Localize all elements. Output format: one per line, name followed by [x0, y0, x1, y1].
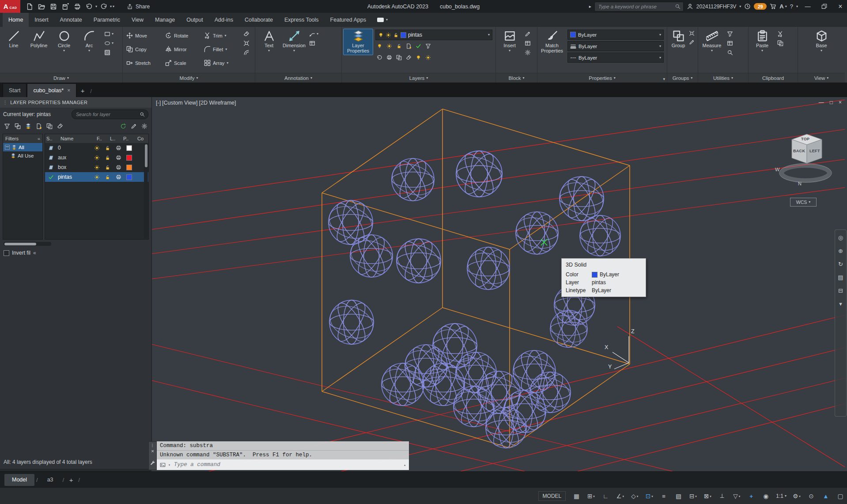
fillet-button[interactable]: Fillet▾	[202, 46, 241, 53]
layer-row-box[interactable]: box	[45, 162, 148, 172]
panel-label-properties[interactable]: Properties▾	[537, 73, 667, 83]
ribbon-tab-view[interactable]: View	[126, 13, 149, 27]
id-point-button[interactable]	[727, 49, 733, 56]
customize-wrench-icon[interactable]	[150, 460, 155, 468]
ortho-mode-toggle[interactable]: ∟	[599, 491, 612, 501]
copy-button[interactable]: Copy	[124, 46, 163, 53]
command-close-button[interactable]: ×	[151, 449, 154, 454]
file-tab-start[interactable]: Start	[3, 83, 26, 97]
ribbon-tab-express-tools[interactable]: Express Tools	[279, 13, 325, 27]
open-file-button[interactable]	[36, 1, 47, 12]
tree-collapse-icon[interactable]	[5, 145, 10, 150]
panel-label-utilities[interactable]: Utilities▾	[698, 73, 748, 83]
isodraft-toggle[interactable]: ◇▾	[628, 491, 641, 501]
help-button[interactable]: ?	[790, 3, 793, 10]
explode-button[interactable]	[243, 40, 250, 46]
layer-match-button[interactable]	[425, 43, 431, 51]
arc-button[interactable]: Arc▾	[77, 29, 102, 53]
viewport-visual-style-menu[interactable]: [2D Wireframe]	[199, 100, 236, 106]
layer-lock-button[interactable]	[396, 43, 402, 51]
layer-properties-button[interactable]: Layer Properties	[343, 29, 373, 55]
viewport-controls-menu[interactable]: [-]	[156, 100, 161, 106]
move-button[interactable]: Move	[124, 32, 163, 39]
turn-all-layers-on-button[interactable]	[416, 54, 421, 62]
circle-button[interactable]: Circle▾	[52, 29, 76, 53]
paste-button[interactable]: Paste▾	[750, 29, 775, 53]
base-view-button[interactable]: Base▾	[809, 29, 834, 53]
layer-row-pintas[interactable]: pintas	[45, 172, 148, 182]
layer-dropdown[interactable]: pintas ▾	[375, 30, 492, 40]
help-search-input[interactable]	[597, 4, 673, 10]
erase-button[interactable]	[243, 31, 250, 37]
panel-label-view[interactable]: View▾	[798, 73, 845, 83]
model-tab[interactable]: Model	[4, 474, 34, 486]
search-collapse-chevron[interactable]: ▸	[589, 4, 591, 9]
new-property-filter-button[interactable]	[4, 123, 10, 131]
autocad-logo[interactable]: A CAD	[0, 0, 20, 13]
properties-dialog-launcher[interactable]: ▾	[663, 77, 665, 81]
panel-label-modify[interactable]: Modify▾	[123, 73, 255, 83]
define-attributes-button[interactable]	[525, 40, 531, 46]
help-search[interactable]	[594, 2, 684, 11]
ribbon-tab-manage[interactable]: Manage	[149, 13, 181, 27]
viewcube-west-label[interactable]: W	[775, 167, 779, 172]
user-dropdown[interactable]: ▾	[739, 5, 741, 8]
layer-search[interactable]	[72, 109, 148, 119]
measure-button[interactable]: Measure▾	[700, 29, 724, 53]
line-button[interactable]: Line	[1, 29, 26, 48]
polar-tracking-toggle[interactable]: ∠▾	[613, 491, 627, 501]
restore-button[interactable]	[817, 0, 831, 13]
showmotion-button[interactable]: ⊟	[838, 287, 843, 294]
save-button[interactable]	[48, 1, 59, 12]
freeze-toggle[interactable]	[91, 145, 102, 151]
lock-toggle[interactable]	[102, 174, 113, 180]
copy-clip-button[interactable]	[777, 40, 783, 46]
wcs-dropdown[interactable]: WCS ▾	[790, 198, 817, 207]
plot-toggle[interactable]	[113, 174, 124, 180]
color-cell[interactable]	[124, 155, 134, 161]
layer-settings-button[interactable]	[141, 123, 147, 131]
lock-toggle[interactable]	[102, 145, 113, 151]
collapse-invert-chevron[interactable]: «	[33, 250, 36, 256]
ribbon-tab-insert[interactable]: Insert	[29, 13, 54, 27]
plot-toggle[interactable]	[113, 145, 124, 151]
layer-search-input[interactable]	[75, 111, 138, 117]
new-drawing-tab-button[interactable]: +	[77, 84, 88, 97]
text-button[interactable]: Text▾	[257, 29, 281, 53]
redo-button[interactable]	[98, 1, 109, 12]
ribbon-tab-annotate[interactable]: Annotate	[54, 13, 88, 27]
offset-button[interactable]	[243, 49, 250, 56]
match-properties-button[interactable]: Match Properties	[539, 29, 565, 53]
viewport-close-button[interactable]: ×	[839, 99, 842, 105]
linetype-dropdown[interactable]: ByLayer ▾	[567, 53, 664, 63]
invert-filter-checkbox[interactable]	[4, 250, 9, 256]
viewport-view-menu[interactable]: [Custom View]	[162, 100, 197, 106]
viewcube-top-label[interactable]: TOP	[801, 137, 809, 141]
search-icon[interactable]	[675, 4, 681, 9]
plot-toggle[interactable]	[113, 165, 124, 170]
filter-tree-scrollbar[interactable]	[4, 242, 51, 246]
lineweight-dropdown[interactable]: ByLayer ▾	[567, 41, 664, 51]
layer-list-header[interactable]: S.. Name F.. L.. P.. Co	[45, 134, 148, 143]
layer-list-scrollbar[interactable]	[144, 143, 148, 239]
viewcube-left-label[interactable]: LEFT	[809, 149, 820, 153]
layer-row-aux[interactable]: aux	[45, 153, 148, 162]
username[interactable]: 20241129FHF3V	[696, 4, 737, 10]
layer-previous-button[interactable]	[377, 54, 382, 62]
filter-all-used[interactable]: All Use	[3, 151, 42, 160]
delete-layer-button[interactable]	[57, 123, 63, 131]
search-icon[interactable]	[140, 112, 145, 117]
viewcube-back-label[interactable]: BACK	[793, 149, 805, 153]
red-construction-lines[interactable]	[151, 100, 845, 471]
redo-dropdown[interactable]: ▾	[110, 5, 112, 8]
layer-make-current-button[interactable]	[416, 43, 421, 51]
rectangle-button[interactable]: ▾	[104, 31, 113, 37]
graphics-performance-toggle[interactable]: ▲	[819, 491, 832, 501]
palette-header[interactable]: ⋮ LAYER PROPERTIES MANAGER	[0, 97, 151, 108]
file-tab-document[interactable]: cubo_bolas* ×	[27, 83, 76, 97]
scale-button[interactable]: Scale	[163, 60, 202, 66]
command-history-expand[interactable]: ▴	[404, 463, 406, 467]
layout-tab-a3[interactable]: a3	[40, 474, 61, 486]
layer-merge-button[interactable]	[396, 54, 402, 62]
ribbon-tab-collaborate[interactable]: Collaborate	[239, 13, 279, 27]
